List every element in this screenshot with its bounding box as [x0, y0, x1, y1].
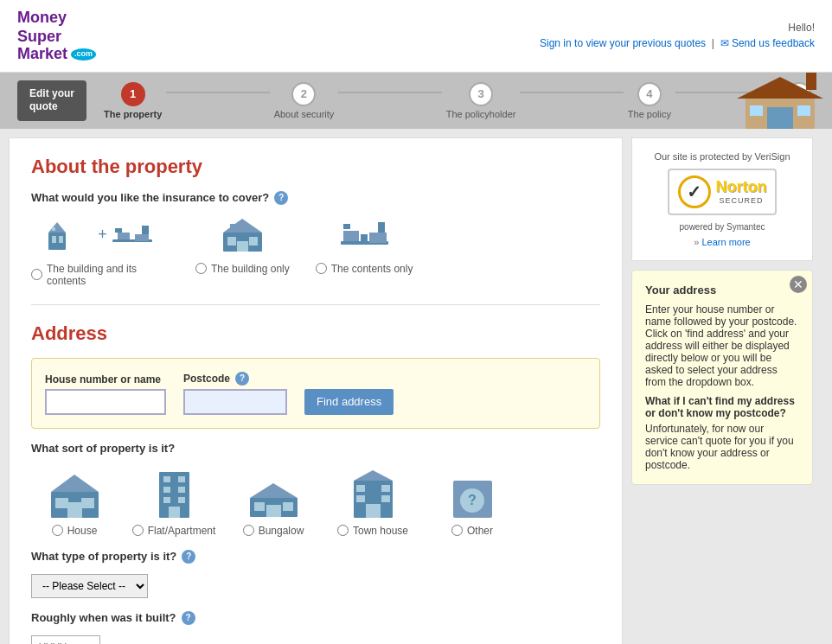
option-2-radio[interactable] — [195, 263, 207, 274]
logo-market-row: Market .com — [17, 46, 96, 63]
feedback-link[interactable]: Send us feedback — [732, 37, 815, 49]
house-radio-row[interactable]: House — [52, 525, 98, 537]
svg-marker-7 — [48, 222, 66, 233]
contents-icon — [111, 215, 154, 254]
other-label: Other — [467, 525, 493, 537]
svg-rect-49 — [381, 485, 390, 492]
svg-rect-32 — [67, 502, 82, 518]
year-built-input[interactable] — [31, 635, 100, 644]
building-only-icon-area — [214, 215, 271, 254]
svg-rect-18 — [227, 237, 236, 245]
step-2: 2 About security — [274, 82, 335, 119]
house-radio[interactable] — [52, 525, 63, 536]
built-help-icon[interactable]: ? — [182, 611, 195, 625]
find-address-button[interactable]: Find address — [304, 389, 394, 415]
tooltip-bold-question: What if I can't find my address or don't… — [645, 395, 799, 419]
sidebar: Our site is protected by VeriSign ✓ Nort… — [631, 129, 822, 644]
logo-badge: .com — [71, 48, 96, 61]
option-2-radio-row[interactable]: The building only — [195, 263, 290, 275]
connector-2-3 — [338, 92, 441, 93]
svg-marker-17 — [223, 219, 262, 233]
option-3-label: The contents only — [331, 263, 413, 275]
svg-rect-8 — [52, 236, 56, 243]
svg-rect-44 — [283, 502, 293, 511]
header-right: Hello! Sign in to view your previous quo… — [540, 22, 815, 49]
svg-rect-34 — [163, 476, 170, 482]
housenumber-label: House number or name — [45, 373, 166, 386]
postcode-help-icon[interactable]: ? — [235, 372, 249, 386]
type-help-icon[interactable]: ? — [182, 550, 195, 564]
svg-marker-47 — [354, 470, 393, 481]
secured-text: SECURED — [716, 196, 767, 205]
svg-rect-21 — [230, 224, 235, 228]
svg-rect-19 — [249, 237, 258, 245]
step-3-label: The policyholder — [446, 109, 516, 119]
option-1-radio[interactable] — [31, 269, 42, 280]
hello-text: Hello! — [540, 22, 815, 34]
svg-rect-2 — [767, 107, 793, 129]
option-3-radio[interactable] — [316, 263, 327, 274]
option-contents-only: The contents only — [316, 215, 413, 275]
bungalow-icon — [246, 468, 302, 520]
svg-rect-45 — [266, 505, 281, 517]
svg-rect-31 — [81, 498, 94, 508]
svg-rect-35 — [178, 476, 185, 482]
property-type-select[interactable]: -- Please Select -- — [31, 574, 148, 598]
norton-box: Our site is protected by VeriSign ✓ Nort… — [631, 137, 813, 261]
townhouse-radio[interactable] — [337, 525, 349, 536]
tooltip-close-button[interactable]: ✕ — [790, 276, 807, 293]
norton-text: Our site is protected by VeriSign — [645, 151, 799, 162]
flat-radio-row[interactable]: Flat/Apartment — [132, 525, 216, 537]
step-3-circle: 3 — [469, 82, 493, 106]
housenumber-input[interactable] — [45, 389, 166, 415]
townhouse-icon — [345, 468, 401, 520]
edit-quote-button[interactable]: Edit yourquote — [17, 80, 86, 121]
tooltip-title: Your address — [645, 284, 799, 296]
tooltip-body: Enter your house number or name followed… — [645, 303, 799, 388]
logo-line3: Market — [17, 46, 67, 63]
checkmark-icon: ✓ — [687, 182, 701, 202]
bungalow-radio[interactable] — [243, 525, 254, 536]
svg-rect-5 — [806, 73, 816, 90]
step-1-label: The property — [104, 109, 162, 119]
townhouse-radio-row[interactable]: Town house — [337, 525, 408, 537]
step-2-circle: 2 — [291, 82, 316, 106]
other-radio[interactable] — [451, 525, 463, 536]
bungalow-radio-row[interactable]: Bungalow — [243, 525, 304, 537]
main-layout: About the property What would you like t… — [0, 129, 832, 644]
option-3-radio-row[interactable]: The contents only — [316, 263, 413, 275]
svg-rect-39 — [178, 497, 185, 503]
svg-rect-25 — [343, 224, 350, 229]
svg-rect-24 — [369, 233, 387, 243]
svg-rect-14 — [115, 228, 122, 233]
svg-marker-29 — [51, 475, 99, 492]
question-1-help-icon[interactable]: ? — [274, 191, 288, 205]
other-radio-row[interactable]: Other — [451, 525, 493, 537]
flat-radio[interactable] — [132, 525, 144, 536]
property-house: House — [31, 468, 118, 537]
signin-link[interactable]: Sign in to view your previous quotes — [540, 37, 706, 49]
postcode-input[interactable] — [183, 389, 287, 415]
property-flat: Flat/Apartment — [131, 468, 217, 537]
learn-more-link[interactable]: Learn more — [701, 237, 750, 247]
type-question-label: What type of property is it? ? — [31, 550, 600, 564]
svg-rect-23 — [343, 231, 359, 241]
plus-icon: + — [98, 226, 107, 244]
svg-rect-27 — [361, 234, 368, 243]
tooltip-bold-answer: Unfortunately, for now our service can't… — [645, 423, 799, 471]
connector-3-4 — [520, 92, 623, 93]
built-question-label: Roughly when was it built? ? — [31, 611, 600, 625]
svg-rect-10 — [52, 227, 55, 231]
flat-label: Flat/Apartment — [148, 525, 216, 537]
year-built-row: Roughly when was it built? ? — [31, 611, 600, 644]
logo: Money Super Market .com — [17, 9, 96, 63]
townhouse-label: Town house — [353, 525, 408, 537]
norton-check-circle: ✓ — [678, 175, 711, 208]
step-1-circle: 1 — [121, 82, 145, 106]
svg-rect-30 — [55, 498, 68, 508]
svg-rect-12 — [118, 233, 130, 239]
step-1: 1 The property — [104, 82, 162, 119]
option-1-radio-row[interactable]: The building and its contents — [31, 263, 170, 287]
property-type-options: House — [31, 468, 600, 537]
steps-container: 1 The property 2 About security 3 The po… — [104, 82, 815, 119]
